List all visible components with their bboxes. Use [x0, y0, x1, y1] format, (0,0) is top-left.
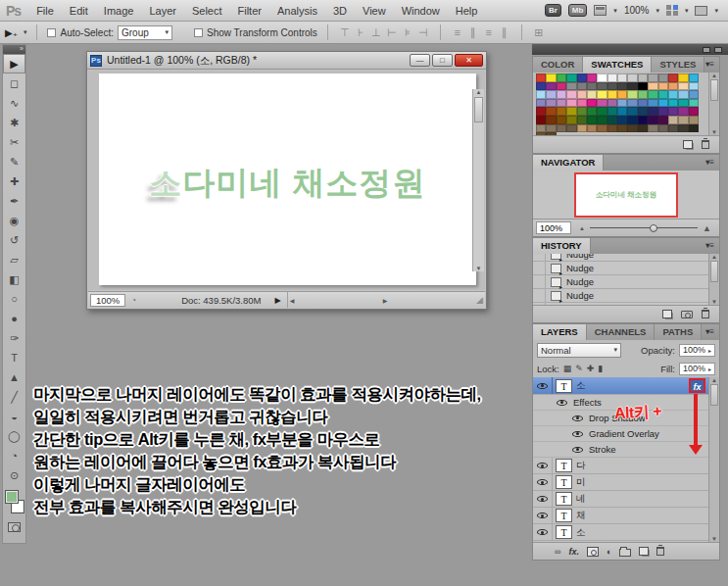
history-source-checkbox[interactable] [533, 254, 546, 261]
color-swatch[interactable] [627, 116, 637, 124]
color-swatch[interactable] [617, 124, 627, 133]
tool-preset-dropdown-icon[interactable]: ▾ [24, 28, 27, 36]
zoom-in-mountain-icon[interactable]: ▲ [703, 223, 711, 233]
screen-mode-dropdown-icon[interactable]: ▾ [714, 7, 718, 15]
color-swatch[interactable] [546, 116, 556, 124]
color-swatch[interactable] [557, 107, 566, 116]
hand-tool[interactable]: ◔ [3, 446, 25, 465]
color-swatch[interactable] [587, 73, 597, 82]
fill-field[interactable]: 100% ▸ [679, 363, 715, 375]
color-swatch[interactable] [658, 73, 668, 82]
color-swatch[interactable] [546, 82, 556, 91]
color-swatch[interactable] [627, 90, 637, 99]
color-swatch[interactable] [648, 124, 657, 133]
color-swatch[interactable] [566, 90, 576, 99]
color-swatch[interactable] [648, 107, 657, 116]
color-swatch[interactable] [577, 90, 587, 99]
show-transform-controls-checkbox[interactable] [194, 28, 203, 37]
color-swatch[interactable] [617, 107, 627, 116]
panel-menu-icon[interactable]: ▾≡ [705, 238, 719, 254]
color-swatch[interactable] [678, 82, 688, 91]
device-central-button[interactable]: Mb [568, 4, 588, 17]
history-row[interactable]: Nudge [533, 275, 708, 289]
color-swatch[interactable] [566, 82, 576, 91]
color-swatch[interactable] [617, 73, 627, 82]
tools-collapse-icon[interactable]: » [3, 45, 25, 54]
history-row[interactable]: Nudge [533, 289, 708, 303]
color-swatch[interactable] [627, 73, 637, 82]
scroll-up-icon[interactable]: ▲ [709, 254, 719, 260]
history-scrollbar[interactable]: ▲ ▼ [708, 254, 719, 305]
history-source-checkbox[interactable] [533, 289, 546, 302]
navigator-zoom-field[interactable]: 100% [536, 221, 571, 234]
menu-item[interactable]: 3D [325, 5, 355, 17]
scroll-thumb[interactable] [710, 79, 718, 101]
horizontal-scrollbar[interactable]: ◀ ▶ ◢ [287, 292, 485, 308]
scroll-up-icon[interactable]: ▲ [473, 89, 484, 95]
scroll-right-icon[interactable]: ▶ [383, 297, 388, 304]
color-swatch[interactable] [627, 99, 637, 108]
blend-mode-dropdown[interactable]: Normal ▾ [537, 343, 621, 358]
clone-stamp-tool[interactable]: ◉ [3, 211, 25, 230]
history-row[interactable]: Nudge [533, 262, 708, 275]
color-swatch[interactable] [566, 124, 576, 133]
color-swatch[interactable] [587, 107, 597, 116]
color-swatch[interactable] [587, 90, 597, 99]
lasso-tool[interactable]: ∿ [3, 93, 25, 113]
menu-item[interactable]: File [28, 5, 62, 17]
zoom-dropdown-icon[interactable]: ▾ [655, 7, 659, 15]
color-swatch[interactable] [638, 107, 648, 116]
color-swatch[interactable] [607, 124, 617, 133]
tab-paths[interactable]: PATHS [655, 324, 702, 340]
color-swatch[interactable] [557, 99, 566, 108]
vertical-scrollbar[interactable]: ▲ ▼ [472, 89, 484, 271]
3d-rotate-tool[interactable]: ◒ [3, 407, 25, 426]
navigator-preview[interactable]: 소다미네 채소정원 [574, 172, 678, 218]
color-swatch[interactable] [536, 82, 546, 91]
color-swatch[interactable] [689, 99, 699, 108]
lock-transparency-icon[interactable]: ▦ [563, 364, 572, 373]
color-swatch[interactable] [617, 99, 627, 108]
arrange-documents-dropdown-icon[interactable]: ▾ [613, 7, 617, 15]
color-swatch[interactable] [648, 90, 657, 99]
canvas[interactable]: 소다미네 채소정원 [99, 73, 476, 285]
color-swatch[interactable] [597, 99, 607, 108]
color-swatch[interactable] [638, 82, 648, 91]
scroll-thumb[interactable] [474, 97, 483, 122]
zoom-scrub-icon[interactable]: ◔ [131, 296, 136, 305]
color-swatch[interactable] [689, 116, 699, 124]
color-swatch[interactable] [607, 73, 617, 82]
menu-item[interactable]: View [355, 5, 394, 17]
color-swatch[interactable] [689, 90, 699, 99]
auto-select-dropdown[interactable]: Group ▾ [118, 25, 172, 40]
add-layer-mask-icon[interactable] [587, 547, 599, 557]
dodge-tool[interactable]: ● [3, 309, 25, 328]
color-swatch[interactable] [689, 82, 699, 91]
collapse-panels-icon[interactable] [703, 47, 710, 53]
layers-scrollbar[interactable]: ▲ ▼ [708, 377, 719, 542]
color-swatch[interactable] [658, 82, 668, 91]
layer-fx-icon[interactable]: fx [689, 378, 705, 393]
color-swatch[interactable] [566, 116, 576, 124]
trash-icon[interactable] [656, 547, 664, 556]
foreground-color-swatch[interactable] [5, 490, 19, 504]
color-swatch[interactable] [607, 116, 617, 124]
color-swatch[interactable] [546, 99, 556, 108]
blur-tool[interactable]: ○ [3, 289, 25, 309]
menu-item[interactable]: Filter [230, 5, 269, 17]
color-swatch[interactable] [566, 107, 576, 116]
color-swatch[interactable] [597, 116, 607, 124]
view-extras-icon[interactable] [666, 5, 678, 16]
scroll-up-icon[interactable]: ▲ [709, 377, 719, 383]
color-swatch[interactable] [638, 99, 648, 108]
color-swatch[interactable] [546, 124, 556, 133]
color-swatch[interactable] [617, 82, 627, 91]
color-swatch[interactable] [536, 124, 546, 133]
new-group-icon[interactable] [619, 549, 631, 557]
menu-item[interactable]: Analysis [269, 5, 325, 17]
color-swatch[interactable] [648, 99, 657, 108]
color-swatch[interactable] [668, 90, 678, 99]
scroll-thumb[interactable] [710, 384, 718, 406]
zoom-tool[interactable]: ⊙ [3, 465, 25, 485]
color-swatch[interactable] [536, 90, 546, 99]
